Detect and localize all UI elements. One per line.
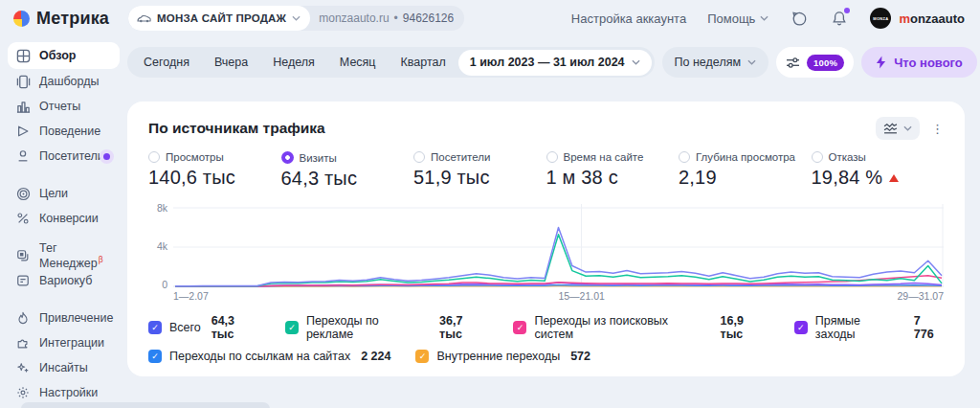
sidebar-item-goals[interactable]: Цели [8, 181, 120, 206]
checkbox-checked-icon[interactable]: ✓ [148, 350, 162, 363]
chart-type-dropdown[interactable] [876, 117, 920, 140]
sidebar-item-variocube[interactable]: Вариокуб [8, 268, 120, 293]
metric-visits[interactable]: Визиты 64,3 тыс [281, 151, 414, 190]
range-week-button[interactable]: Неделя [260, 56, 327, 69]
radio-unchecked-icon[interactable] [413, 151, 425, 163]
sidebar-item-integrations[interactable]: Интеграции [8, 330, 120, 355]
legend-value: 572 [570, 350, 590, 363]
metric-label: Посетители [431, 151, 490, 163]
sliders-icon [786, 57, 800, 69]
metric-label: Время на сайте [564, 151, 644, 163]
counter-selector: МОНЗА САЙТ ПРОДАЖ monzaauto.ru • 9462612… [128, 6, 464, 31]
range-today-button[interactable]: Сегодня [131, 56, 202, 69]
play-icon [15, 124, 31, 139]
lightning-bolt-icon [876, 56, 886, 69]
metric-visitors[interactable]: Посетители 51,9 тыс [413, 151, 546, 190]
top-right-nav: Настройка аккаунта Помощь MONZA monzaaut… [571, 8, 980, 29]
card-controls: ⋮ [876, 117, 944, 140]
line-chart-plot[interactable] [173, 202, 944, 290]
sidebar-item-tag-manager[interactable]: Тег Менеджерβ [8, 243, 120, 268]
metric-bounce-rate[interactable]: Отказы 19,84 % [812, 151, 945, 190]
granularity-dropdown[interactable]: По неделям [662, 47, 768, 78]
checkbox-checked-icon[interactable]: ✓ [285, 321, 299, 334]
legend-label: Переходы по ссылкам на сайтах [169, 350, 350, 363]
sidebar-item-visitors[interactable]: Посетители [8, 144, 120, 169]
sidebar-item-label: Привлечение [39, 311, 113, 325]
checkbox-checked-icon[interactable]: ✓ [794, 321, 808, 334]
sidebar-item-dashboards[interactable]: Дашборды [8, 69, 120, 94]
sidebar-item-overview[interactable]: Обзор [8, 42, 120, 69]
sidebar: Обзор Дашборды Отчеты Поведение Посетите… [0, 38, 127, 408]
x-tick: 15—21.01 [558, 290, 604, 302]
card-kebab-menu[interactable]: ⋮ [931, 123, 944, 135]
notifications-bell-icon[interactable] [830, 9, 849, 28]
date-range-group: Сегодня Вчера Неделя Месяц Квартал 1 июл… [127, 47, 655, 78]
metric-value: 2,19 [679, 167, 812, 189]
sidebar-item-acquisition[interactable]: Привлечение [8, 306, 120, 330]
toolbar: Сегодня Вчера Неделя Месяц Квартал 1 июл… [127, 47, 965, 78]
x-tick: 29—31.07 [898, 290, 944, 302]
metric-time-on-site[interactable]: Время на сайте 1 м 38 с [546, 151, 679, 190]
checkbox-checked-icon[interactable]: ✓ [415, 350, 429, 363]
checkbox-checked-icon[interactable]: ✓ [148, 321, 162, 334]
chevron-down-icon [632, 59, 640, 65]
legend-item-search-traffic[interactable]: ✓ Переходы из поисковых систем 16,9 тыс [513, 314, 768, 341]
radio-unchecked-icon[interactable] [546, 151, 558, 163]
sidebar-group-main: Обзор Дашборды Отчеты Поведение Посетите… [8, 42, 120, 169]
metric-value: 19,84 % [812, 167, 883, 189]
metric-depth[interactable]: Глубина просмотра 2,19 [679, 151, 812, 190]
sidebar-item-conversions[interactable]: Конверсии [8, 206, 120, 231]
sampling-badge: 100% [807, 55, 844, 71]
counter-info: monzaauto.ru • 94626126 [310, 11, 464, 25]
range-yesterday-button[interactable]: Вчера [202, 56, 260, 69]
legend-item-direct-traffic[interactable]: ✓ Прямые заходы 7 776 [794, 314, 944, 341]
target-icon [15, 186, 31, 201]
metric-label: Глубина просмотра [696, 151, 795, 163]
user-name[interactable]: monzaauto [899, 11, 965, 26]
account-settings-link[interactable]: Настройка аккаунта [571, 11, 686, 26]
metrika-logo[interactable]: Метрика [0, 9, 115, 29]
sidebar-item-label: Конверсии [39, 212, 99, 225]
metrics-row: Просмотры 140,6 тыс Визиты 64,3 тыс Посе… [148, 151, 944, 190]
sidebar-item-label: Интеграции [39, 336, 104, 350]
top-bar: Метрика МОНЗА САЙТ ПРОДАЖ monzaauto.ru •… [0, 0, 980, 36]
flame-icon [15, 310, 31, 326]
metric-pageviews[interactable]: Просмотры 140,6 тыс [148, 151, 281, 190]
traffic-sources-card: По источникам трафика ⋮ Просмотры 140,6 … [127, 102, 965, 376]
radio-unchecked-icon[interactable] [812, 151, 823, 163]
chat-icon[interactable] [790, 9, 809, 28]
metrika-logo-text: Метрика [36, 9, 109, 29]
tag-manager-icon [15, 248, 31, 263]
help-menu[interactable]: Помощь [707, 11, 768, 26]
range-month-button[interactable]: Месяц [327, 56, 389, 69]
counter-name: МОНЗА САЙТ ПРОДАЖ [157, 12, 286, 24]
sidebar-item-label: Цели [39, 187, 68, 200]
checkbox-checked-icon[interactable]: ✓ [513, 321, 526, 334]
legend-item-internal-traffic[interactable]: ✓ Внутренние переходы 572 [415, 350, 590, 363]
notification-dot [844, 8, 850, 13]
sidebar-item-reports[interactable]: Отчеты [8, 94, 120, 119]
sidebar-group-tools: Тег Менеджерβ Вариокуб [8, 243, 120, 293]
radio-unchecked-icon[interactable] [148, 151, 160, 163]
sampling-button[interactable]: 100% [776, 47, 854, 78]
sidebar-item-label: Настройки [39, 386, 98, 399]
metric-label: Визиты [300, 152, 337, 164]
sidebar-item-insights[interactable]: Инсайты [8, 355, 120, 380]
counter-dropdown[interactable]: МОНЗА САЙТ ПРОДАЖ [128, 6, 310, 31]
metric-value: 1 м 38 с [546, 167, 679, 189]
range-quarter-button[interactable]: Квартал [389, 56, 458, 69]
radio-checked-icon[interactable] [281, 151, 294, 164]
whats-new-button[interactable]: Что нового [861, 47, 977, 78]
custom-date-range-button[interactable]: 1 июл 2023 — 31 июл 2024 [458, 50, 652, 76]
legend-item-ad-traffic[interactable]: ✓ Переходы по рекламе 36,7 тыс [285, 314, 488, 341]
bar-chart-icon [15, 99, 31, 114]
legend-row: ✓ Переходы по ссылкам на сайтах 2 224 ✓ … [148, 350, 944, 363]
legend-item-link-traffic[interactable]: ✓ Переходы по ссылкам на сайтах 2 224 [148, 350, 390, 363]
metric-label: Просмотры [166, 151, 224, 163]
counter-domain[interactable]: monzaauto.ru [319, 11, 389, 25]
legend-item-total[interactable]: ✓ Всего 64,3 тыс [148, 314, 260, 341]
avatar[interactable]: MONZA [870, 8, 891, 29]
radio-unchecked-icon[interactable] [679, 151, 690, 163]
sidebar-item-behavior[interactable]: Поведение [8, 119, 120, 144]
sidebar-item-label: Посетители [39, 149, 104, 163]
